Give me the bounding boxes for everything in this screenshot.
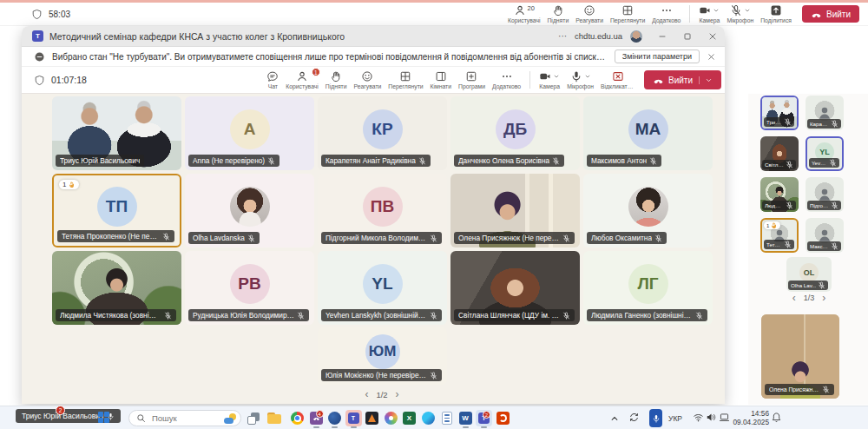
previous-page-icon[interactable]: ‹ (365, 389, 368, 399)
app-badge: 4 (316, 410, 324, 418)
rail-participant-tile[interactable]: Карапет... (806, 96, 844, 130)
participant-tile[interactable]: Любов Оксамитна (583, 174, 713, 248)
start-button[interactable] (98, 412, 110, 424)
taskbar-app-teams-classic[interactable]: T (345, 409, 363, 427)
meeting-rooms-button[interactable]: Кімнати (427, 69, 455, 90)
participant-tile[interactable]: ДБДанченко Олена Борисівна (450, 96, 580, 170)
previous-page-icon[interactable]: ‹ (792, 293, 796, 303)
search-input[interactable] (150, 412, 220, 424)
meeting-view-button[interactable]: Переглянути (385, 69, 426, 90)
outer-leave-button[interactable]: Вийти (802, 5, 859, 23)
participant-tile[interactable]: Olha Lavdanska (185, 174, 314, 248)
outer-camera-button[interactable]: Камера (695, 3, 723, 24)
leave-meeting-button[interactable]: Вийти (644, 70, 721, 89)
wifi-icon[interactable] (693, 412, 704, 423)
window-title-bar[interactable]: T Методичний семінар кафедри КНСА з учас… (22, 26, 725, 47)
rail-participant-tile[interactable]: Світлана... (760, 136, 799, 171)
participant-tile[interactable]: РВРудницька Юлія Володимирівна (185, 251, 314, 325)
taskbar-app-teams[interactable]: T2 (475, 409, 493, 427)
sync-icon[interactable] (628, 412, 640, 423)
taskbar-app-viber[interactable]: 4 (307, 409, 326, 427)
outer-share-button[interactable]: Поділитися (757, 3, 795, 24)
account-avatar[interactable] (630, 30, 642, 43)
change-settings-button[interactable]: Змінити параметри (615, 50, 700, 63)
blue-circle-app-icon (328, 412, 341, 425)
rail-participant-tile[interactable]: Підгорн... (806, 177, 844, 212)
meeting-toolbar-buttons: ЧатКористувачі1ПіднятиРеагуватиПерегляну… (263, 69, 639, 90)
document-app-icon (442, 412, 452, 425)
participant-tile[interactable]: АAnna (Не перевірено) (185, 96, 314, 170)
word-icon: W (459, 412, 472, 425)
file-explorer-button[interactable] (265, 409, 283, 427)
outer-users-button[interactable]: 20Користувачі (504, 3, 544, 24)
participant-tile[interactable]: Людмила Чистякова (зовнішній ко... (52, 251, 181, 325)
participant-tile[interactable]: ЮМЮлія Мокієнко (Не перевірено) (318, 327, 447, 385)
micmuted-icon (730, 4, 742, 16)
participant-tile[interactable]: Світлана Шлянчак (ЦДУ ім. Винни... (450, 251, 580, 325)
participant-tile[interactable]: МАМаксимов Антон (583, 96, 713, 170)
participant-tile[interactable]: ЛГЛюдмила Ганенко (зовнішній кор... (583, 251, 713, 325)
participant-tile[interactable]: 1ТПТетяна Прокопенко (Не перевірен... (52, 174, 181, 248)
participant-tile[interactable]: Триус Юрій Васильович (52, 96, 181, 170)
meeting-react-button[interactable]: Реагувати (351, 69, 385, 90)
minimize-button[interactable] (657, 31, 667, 42)
clock[interactable]: 14:5609.04.2025 (731, 409, 769, 427)
participant-tile[interactable]: ПВПідгорний Микола Володимирович (318, 174, 447, 248)
volume-icon[interactable] (706, 412, 717, 423)
meeting-mic-button[interactable]: Мікрофон (563, 69, 597, 90)
rail-participant-tile[interactable]: Максим... (806, 218, 844, 253)
meeting-users-button[interactable]: Користувачі1 (282, 69, 322, 90)
participant-tile[interactable]: Олена Присяжнюк (Не перевірено) (450, 174, 580, 248)
taskbar-app-word[interactable]: W (457, 409, 475, 427)
meeting-camera-button[interactable]: Камера (536, 69, 563, 90)
participant-tile[interactable]: YLYevhen Lanskykh (зовнішній корис... (318, 251, 447, 325)
hangup-icon (653, 75, 664, 86)
hidden-icons-chevron-icon[interactable] (609, 413, 620, 424)
outer-more-button[interactable]: Додатково (648, 3, 684, 24)
next-page-icon[interactable]: › (396, 389, 399, 399)
meeting-raise-button[interactable]: Підняти (322, 69, 351, 90)
meeting-apps-button[interactable]: Програми (455, 69, 489, 90)
taskbar-search[interactable] (128, 410, 241, 426)
outer-meeting-bar: 58:03 20КористувачіПіднятиРеагуватиПерег… (0, 3, 868, 26)
tray-mic-button[interactable] (649, 409, 662, 427)
maximize-button[interactable] (682, 31, 693, 42)
outer-view-button[interactable]: Переглянути (607, 3, 648, 24)
weather-icon[interactable] (224, 412, 237, 424)
participant-tile[interactable]: КРКарапетян Анаіт Радиківна (318, 96, 447, 170)
taskbar-app-chrome[interactable] (288, 409, 306, 427)
language-indicator[interactable]: УКР (668, 414, 682, 423)
meeting-chat-button[interactable]: Чат (263, 69, 282, 90)
close-button[interactable] (707, 31, 718, 42)
chevron-down-icon[interactable] (699, 76, 713, 84)
meeting-callback-button[interactable]: Відкликати ... (597, 69, 639, 90)
meeting-timer: 01:07:18 (34, 75, 87, 86)
taskbar-app-docs[interactable] (437, 409, 456, 427)
next-page-icon[interactable]: › (822, 293, 825, 303)
outer-mic-button[interactable]: Мікрофон (723, 3, 757, 24)
task-view-button[interactable] (244, 409, 262, 427)
taskbar-app-blue-app[interactable] (326, 409, 344, 427)
taskbar-app-office[interactable] (494, 409, 512, 427)
rail-participant-tile[interactable]: Триус Ю... (760, 96, 799, 130)
taskbar-app-photos[interactable] (382, 409, 400, 427)
taskbar-app-edge[interactable] (419, 409, 437, 427)
taskbar-app-matlab[interactable] (363, 409, 381, 427)
micmuted-icon (430, 234, 437, 242)
outer-raise-button[interactable]: Підняти (543, 3, 572, 24)
laptop-icon[interactable] (719, 412, 730, 423)
spotlight-participant-tile[interactable]: Олена Присяжнюк (761, 314, 839, 399)
browser-menu-dots[interactable]: ··· (558, 31, 567, 41)
rail-participant-tile[interactable]: Людмил... (760, 177, 799, 212)
outer-react-button[interactable]: Реагувати (572, 3, 607, 24)
initials-avatar: OL (799, 263, 819, 282)
rail-participant-tile[interactable]: YLYevhen L... (806, 136, 844, 171)
meeting-more-button[interactable]: Додатково (489, 69, 524, 90)
participant-nameplate: Олена Присяжнюк (Не перевірено) (454, 232, 575, 244)
notifications-bell-icon[interactable] (771, 412, 782, 423)
participant-nameplate: Максимов Антон (587, 155, 661, 167)
taskbar-app-excel[interactable]: X (400, 409, 418, 427)
rail-participant-tile[interactable]: OLOlha Lav... (786, 257, 832, 292)
dismiss-notification-icon[interactable] (707, 52, 716, 62)
rail-participant-tile[interactable]: 1Тетяна ... (760, 218, 799, 253)
